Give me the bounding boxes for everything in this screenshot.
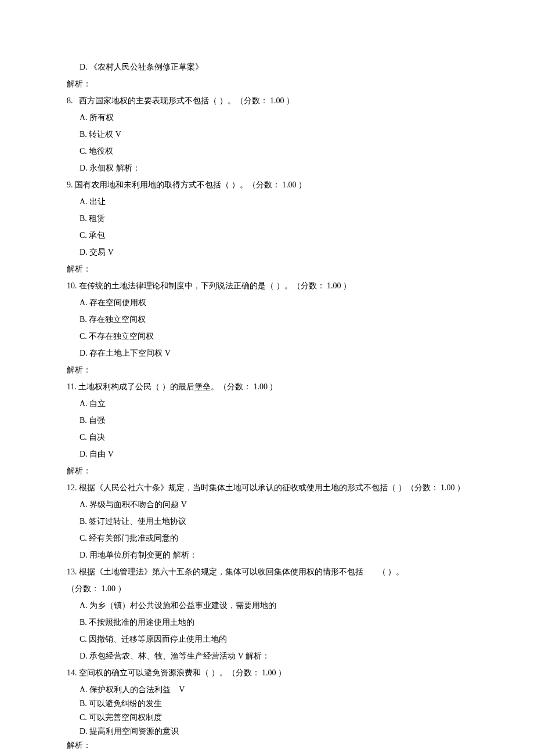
q8-stem: 8. 西方国家地权的主要表现形式不包括（ ）。（分数： 1.00 ） <box>67 95 467 107</box>
option-letter: C. <box>80 332 87 341</box>
q10-option-c: C. 不存在独立空间权 <box>80 330 467 342</box>
q9-stem: 9. 国有农用地和未利用地的取得方式不包括（ ）。（分数： 1.00 ） <box>67 179 467 191</box>
option-text: 自决 <box>89 433 105 442</box>
q9-analysis: 解析： <box>67 263 467 275</box>
q13-option-b: B. 不按照批准的用途使用土地的 <box>80 616 467 628</box>
option-text: 用地单位所有制变更的 解析： <box>89 551 197 559</box>
option-text: 自立 <box>89 399 106 408</box>
option-letter: C. <box>80 147 87 155</box>
q9-option-b: B. 租赁 <box>80 212 467 225</box>
q14-option-d: D. 提高利用空间资源的意识 <box>80 725 467 737</box>
option-letter: A. <box>80 601 88 610</box>
option-letter: D. <box>80 652 88 660</box>
option-letter: C. <box>80 231 87 240</box>
q14-option-a: A. 保护权利人的合法利益 V <box>80 683 467 696</box>
check-icon: V <box>238 652 244 660</box>
option-letter: A. <box>80 113 88 122</box>
option-letter: D. <box>80 63 88 71</box>
q14-analysis: 解析： <box>67 739 467 751</box>
q8-option-d: D. 永佃权 解析： <box>80 162 467 174</box>
option-letter: A. <box>80 298 88 307</box>
q13-score: （分数： 1.00 ） <box>67 583 467 595</box>
q11-analysis: 解析： <box>67 465 467 477</box>
option-text: 自强 <box>89 416 105 425</box>
q9-option-c: C. 承包 <box>80 229 467 241</box>
option-letter: B. <box>80 517 87 526</box>
q8-option-a: A. 所有权 <box>80 111 467 124</box>
option-letter: C. <box>80 534 87 542</box>
option-letter: B. <box>80 214 87 223</box>
option-text: 所有权 <box>89 113 114 122</box>
q14-stem: 14. 空间权的确立可以避免资源浪费和（ ）。（分数： 1.00 ） <box>67 667 467 679</box>
q10-option-a: A. 存在空间使用权 <box>80 296 467 309</box>
option-text: 承包 <box>89 231 105 240</box>
q13-option-d: D. 承包经营农、林、牧、渔等生产经营活动 V 解析： <box>80 650 467 662</box>
option-letter: D. <box>80 551 88 559</box>
analysis-inline: 解析： <box>246 652 270 660</box>
option-letter: D. <box>80 164 88 172</box>
option-letter: A. <box>80 399 88 408</box>
q9-option-d: D. 交易 V <box>80 246 467 258</box>
q9-option-a: A. 出让 <box>80 196 467 208</box>
option-letter: B. <box>80 416 87 425</box>
option-text: 为乡（镇）村公共设施和公益事业建设，需要用地的 <box>89 601 276 610</box>
option-letter: A. <box>80 500 88 509</box>
option-text: 存在独立空间权 <box>89 315 146 324</box>
option-letter: D. <box>80 450 88 458</box>
option-letter: A. <box>80 197 88 206</box>
q10-stem: 10. 在传统的土地法律理论和制度中，下列说法正确的是（ ）。（分数： 1.00… <box>67 280 467 292</box>
q12-option-c: C. 经有关部门批准或同意的 <box>80 532 467 544</box>
option-letter: C. <box>80 433 87 442</box>
q11-option-b: B. 自强 <box>80 414 467 426</box>
option-text: 提高利用空间资源的意识 <box>89 727 179 736</box>
option-text: 签订过转让、使用土地协议 <box>89 517 186 526</box>
q10-option-b: B. 存在独立空间权 <box>80 313 467 325</box>
q8-option-c: C. 地役权 <box>80 145 467 157</box>
option-text: 承包经营农、林、牧、渔等生产经营活动 <box>89 652 236 660</box>
option-text: 交易 <box>89 248 106 256</box>
option-text: 存在土地上下空间权 <box>89 349 163 357</box>
option-letter: D. <box>80 349 88 357</box>
option-text: 经有关部门批准或同意的 <box>89 534 178 542</box>
check-icon: V <box>116 130 121 139</box>
q13-stem: 13. 根据《土地管理法》第六十五条的规定，集体可以收回集体使用权的情形不包括 … <box>67 566 467 578</box>
q12-option-b: B. 签订过转让、使用土地协议 <box>80 515 467 527</box>
check-icon: V <box>108 450 114 458</box>
option-text: 地役权 <box>89 147 113 155</box>
q11-stem: 11. 土地权利构成了公民（ ）的最后堡垒。（分数： 1.00 ） <box>67 381 467 393</box>
q13-option-c: C. 因撤销、迁移等原因而停止使用土地的 <box>80 633 467 645</box>
option-letter: D. <box>80 248 88 256</box>
q8-option-b: B. 转让权 V <box>80 128 467 140</box>
option-text: 《农村人民公社条例修正草案》 <box>89 63 203 71</box>
q10-analysis: 解析： <box>67 364 467 376</box>
q13-option-a: A. 为乡（镇）村公共设施和公益事业建设，需要用地的 <box>80 599 467 612</box>
option-letter: B. <box>80 315 87 324</box>
option-letter: C. <box>80 713 87 722</box>
q11-option-d: D. 自由 V <box>80 448 467 460</box>
option-letter: C. <box>80 635 87 643</box>
check-icon: V <box>108 248 114 256</box>
option-text: 不存在独立空间权 <box>89 332 154 341</box>
q12-stem: 12. 根据《人民公社六十条》规定，当时集体土地可以承认的征收或使用土地的形式不… <box>67 482 467 494</box>
option-text: 存在空间使用权 <box>89 298 146 307</box>
q14-option-b: B. 可以避免纠纷的发生 <box>80 697 467 710</box>
q10-option-d: D. 存在土地上下空间权 V <box>80 347 467 359</box>
q7-analysis: 解析： <box>67 78 467 90</box>
option-text: 租赁 <box>89 214 105 223</box>
option-letter: B. <box>80 618 87 627</box>
option-text: 出让 <box>89 197 106 206</box>
document-page: D. 《农村人民公社条例修正草案》 解析： 8. 西方国家地权的主要表现形式不包… <box>0 0 534 756</box>
option-text: 自由 <box>89 450 106 458</box>
option-letter: A. <box>80 685 88 694</box>
check-icon: V <box>181 500 187 509</box>
q7-option-d: D. 《农村人民公社条例修正草案》 <box>80 61 467 73</box>
option-letter: B. <box>80 699 87 708</box>
option-letter: D. <box>80 727 88 736</box>
q14-option-c: C. 可以完善空间权制度 <box>80 711 467 724</box>
option-text: 可以完善空间权制度 <box>89 713 162 722</box>
option-text: 永佃权 解析： <box>89 164 140 172</box>
option-text: 界级与面积不吻合的问题 <box>89 500 179 509</box>
q12-option-d: D. 用地单位所有制变更的 解析： <box>80 549 467 561</box>
q11-option-a: A. 自立 <box>80 397 467 410</box>
q12-option-a: A. 界级与面积不吻合的问题 V <box>80 498 467 511</box>
